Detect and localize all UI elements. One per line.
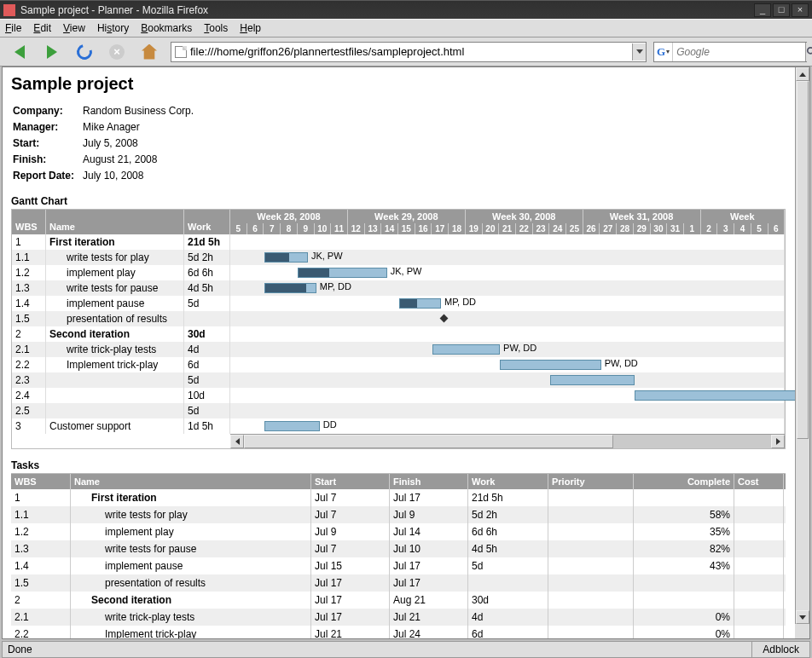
task-priority bbox=[548, 523, 634, 540]
menu-view[interactable]: View bbox=[63, 22, 85, 34]
search-box[interactable]: G▾ bbox=[653, 42, 807, 62]
status-text: Done bbox=[3, 644, 751, 655]
gantt-header: WBS Name Work Week 28, 2008Week 29, 2008… bbox=[12, 210, 785, 234]
task-work: 4d 5h bbox=[468, 540, 548, 557]
day-header: 25 bbox=[566, 223, 583, 234]
arrow-right-icon bbox=[47, 45, 57, 59]
gantt-bar bbox=[399, 298, 441, 309]
company-label: Company: bbox=[13, 104, 81, 118]
gantt-row: 1.3write tests for pause4d 5hMP, DD bbox=[12, 280, 785, 296]
day-header: 1 bbox=[684, 223, 701, 234]
task-start: Jul 21 bbox=[311, 626, 390, 638]
task-finish: Jul 24 bbox=[390, 626, 468, 638]
tasks-header-start: Start bbox=[311, 474, 390, 489]
gantt-wbs: 2.2 bbox=[12, 357, 46, 372]
maximize-button[interactable]: □ bbox=[773, 3, 790, 17]
tasks-header-finish: Finish bbox=[390, 474, 468, 489]
menu-history[interactable]: History bbox=[97, 22, 129, 34]
gantt-bar-progress bbox=[265, 253, 290, 262]
menu-help[interactable]: Help bbox=[240, 22, 261, 34]
day-header: 29 bbox=[634, 223, 651, 234]
gantt-bar-zone bbox=[230, 403, 785, 418]
gantt-work: 6d 6h bbox=[184, 265, 230, 280]
task-complete: 58% bbox=[634, 506, 734, 523]
task-priority bbox=[548, 626, 634, 638]
gantt-bar-progress bbox=[299, 268, 329, 277]
task-cost bbox=[734, 609, 784, 626]
scroll-down-button[interactable] bbox=[796, 610, 809, 624]
gantt-wbs: 1.5 bbox=[12, 311, 46, 326]
task-complete: 0% bbox=[634, 626, 734, 638]
gantt-hscroll[interactable] bbox=[230, 434, 785, 448]
reload-button[interactable] bbox=[70, 41, 99, 63]
day-header: 22 bbox=[516, 223, 533, 234]
task-complete: 0% bbox=[634, 609, 734, 626]
task-wbs: 2 bbox=[11, 592, 71, 609]
close-button[interactable]: × bbox=[792, 3, 809, 17]
scroll-thumb[interactable] bbox=[244, 435, 613, 448]
gantt-bar-zone bbox=[230, 234, 785, 250]
minimize-button[interactable]: _ bbox=[754, 3, 771, 17]
manager-label: Manager: bbox=[13, 120, 81, 135]
task-row: 1First iterationJul 7Jul 1721d 5h bbox=[11, 489, 786, 506]
search-input[interactable] bbox=[673, 46, 805, 58]
task-name: presentation of results bbox=[71, 574, 311, 592]
search-button[interactable] bbox=[805, 43, 812, 61]
finish-label: Finish: bbox=[13, 153, 81, 167]
menu-edit[interactable]: Edit bbox=[33, 22, 51, 34]
gantt-bar bbox=[264, 283, 316, 293]
search-engine-button[interactable]: G▾ bbox=[654, 43, 673, 61]
scroll-right-button[interactable] bbox=[771, 435, 785, 448]
week-header: Week bbox=[701, 210, 786, 223]
back-button[interactable] bbox=[5, 41, 34, 63]
scroll-left-button[interactable] bbox=[230, 435, 244, 448]
stop-button[interactable]: × bbox=[102, 41, 131, 63]
task-wbs: 1.3 bbox=[11, 540, 71, 557]
task-wbs: 2.1 bbox=[11, 609, 71, 626]
task-finish: Jul 17 bbox=[390, 574, 468, 592]
forward-button[interactable] bbox=[38, 41, 67, 63]
gantt-bar-zone bbox=[230, 372, 785, 388]
task-complete bbox=[634, 574, 734, 592]
task-wbs: 1.5 bbox=[11, 574, 71, 592]
menu-tools[interactable]: Tools bbox=[204, 22, 228, 34]
task-work: 21d 5h bbox=[468, 489, 548, 506]
task-finish: Jul 10 bbox=[390, 540, 468, 557]
day-header: 21 bbox=[499, 223, 516, 234]
gantt-task-name: First iteration bbox=[46, 234, 184, 250]
vscroll-thumb[interactable] bbox=[797, 81, 809, 439]
gantt-bar-label: PW, DD bbox=[503, 343, 536, 353]
gantt-bar bbox=[298, 268, 387, 278]
url-bar[interactable] bbox=[171, 42, 647, 62]
project-meta: Company:Random Business Corp. Manager:Mi… bbox=[11, 102, 195, 185]
tasks-header: WBS Name Start Finish Work Priority Comp… bbox=[11, 474, 786, 489]
menu-bookmarks[interactable]: Bookmarks bbox=[141, 22, 192, 34]
task-cost bbox=[734, 506, 784, 523]
gantt-task-name: presentation of results bbox=[46, 311, 184, 326]
scroll-track[interactable] bbox=[244, 435, 771, 448]
scroll-up-button[interactable] bbox=[796, 67, 809, 81]
task-priority bbox=[548, 557, 634, 574]
gantt-bar-label: DD bbox=[323, 419, 337, 430]
url-dropdown-button[interactable] bbox=[632, 43, 646, 61]
gantt-task-name: write tests for play bbox=[46, 250, 184, 265]
gantt-header-wbs: WBS bbox=[12, 210, 46, 234]
url-input[interactable] bbox=[190, 43, 632, 61]
task-wbs: 1.4 bbox=[11, 557, 71, 574]
titlebar[interactable]: Sample project - Planner - Mozilla Firef… bbox=[0, 0, 812, 19]
task-complete bbox=[634, 489, 734, 506]
gantt-task-name: Second iteration bbox=[46, 326, 184, 342]
day-header: 6 bbox=[247, 223, 264, 234]
home-button[interactable] bbox=[135, 41, 164, 63]
task-priority bbox=[548, 609, 634, 626]
tasks-header-cost: Cost bbox=[734, 474, 784, 489]
task-row: 1.2implement playJul 9Jul 146d 6h35% bbox=[11, 523, 786, 540]
gantt-header-work: Work bbox=[184, 210, 230, 234]
gantt-work: 6d bbox=[184, 357, 230, 372]
page-title: Sample project bbox=[11, 74, 786, 94]
gantt-work: 30d bbox=[184, 326, 230, 342]
adblock-button[interactable]: Adblock bbox=[751, 642, 809, 657]
menu-file[interactable]: File bbox=[5, 22, 21, 34]
day-header: 10 bbox=[315, 223, 332, 234]
vertical-scrollbar[interactable] bbox=[795, 67, 809, 624]
